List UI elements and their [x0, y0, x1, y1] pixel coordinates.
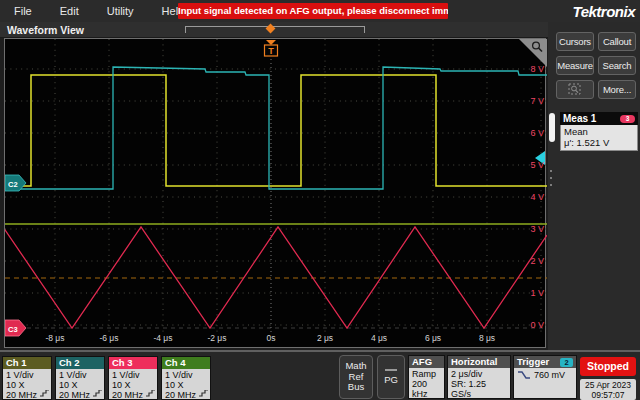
- horizontal-title: Horizontal: [448, 356, 510, 368]
- menu-file[interactable]: File: [0, 0, 46, 22]
- ch3-marker-label: C3: [8, 325, 18, 334]
- cursors-button[interactable]: Cursors: [556, 32, 594, 51]
- svg-text:8 V: 8 V: [530, 64, 544, 74]
- search-button[interactable]: Search: [598, 56, 636, 75]
- svg-text:4 μs: 4 μs: [371, 333, 387, 343]
- ch2-atten: 10 X: [59, 380, 101, 390]
- trigger-level: 760 mV: [534, 370, 565, 380]
- bottom-bar: Ch 1 1 V/div 10 X 20 MHz Ch 2 1 V/div 10…: [0, 350, 640, 400]
- bus-label: Bus: [348, 382, 364, 393]
- ch3-step-icon: [146, 390, 155, 397]
- svg-text:2 μs: 2 μs: [317, 333, 333, 343]
- oscilloscope-screen: File Edit Utility Help Input signal dete…: [0, 0, 640, 400]
- sample-rate: SR: 1.25 GS/s: [451, 379, 507, 399]
- ch2-badge[interactable]: Ch 2 1 V/div 10 X 20 MHz: [55, 356, 105, 400]
- svg-text:0s: 0s: [267, 333, 276, 343]
- ch4-badge-header: Ch 4: [162, 357, 210, 369]
- voltage-axis-labels: 8 V 7 V 6 V 5 V 4 V 3 V 2 V 1 V 0 V: [530, 64, 544, 330]
- svg-text:-4 μs: -4 μs: [153, 333, 172, 343]
- ch3-marker[interactable]: C3: [5, 320, 26, 336]
- zoom-corner-icon[interactable]: [519, 39, 547, 67]
- meas1-stat: Mean: [564, 126, 634, 137]
- horizontal-panel[interactable]: Horizontal 2 μs/div SR: 1.25 GS/s RL: 25…: [447, 355, 511, 399]
- svg-text:2 V: 2 V: [530, 256, 544, 266]
- waveform-svg: T C2 C3 8 V 7 V 6 V: [5, 39, 547, 349]
- pg-waveform-preview: [385, 369, 397, 371]
- afg-title: AFG: [409, 356, 444, 368]
- callout-button[interactable]: Callout: [598, 32, 636, 51]
- svg-text:4 V: 4 V: [530, 192, 544, 202]
- ch4-scale: 1 V/div: [165, 370, 207, 380]
- results-scrollbar[interactable]: [549, 113, 555, 142]
- warning-banner: Input signal detected on AFG output, ple…: [178, 3, 448, 19]
- trigger-title-row: Trigger 2: [514, 356, 576, 368]
- svg-text:-8 μs: -8 μs: [45, 333, 64, 343]
- pg-label: PG: [384, 375, 398, 386]
- meas1-source-badge: 3: [620, 115, 635, 123]
- svg-text:7 V: 7 V: [530, 96, 544, 106]
- trigger-panel[interactable]: Trigger 2 760 mV: [513, 355, 577, 399]
- ch1-step-icon: [40, 390, 49, 397]
- acquisition-window-bracket[interactable]: [185, 26, 365, 33]
- afg-panel[interactable]: AFG Ramp 200 kHz 3 Vpp: [408, 355, 445, 399]
- trigger-source-badge: 2: [560, 358, 573, 367]
- svg-text:8 μs: 8 μs: [479, 333, 495, 343]
- run-stop-button[interactable]: Stopped: [580, 357, 636, 376]
- ch3-scale: 1 V/div: [112, 370, 154, 380]
- meas1-badge-panel[interactable]: Meas 1 3 Mean μ': 1.521 V: [560, 112, 638, 151]
- menu-edit[interactable]: Edit: [46, 0, 93, 22]
- ch4-step-icon: [199, 390, 208, 397]
- panel-drag-handle[interactable]: [548, 170, 553, 186]
- falling-edge-icon: [517, 370, 531, 380]
- ch4-atten: 10 X: [165, 380, 207, 390]
- trigger-flag-label: T: [268, 46, 274, 56]
- ch2-step-icon: [93, 390, 102, 397]
- right-sidebar: Cursors Callout Measure Search More... M…: [548, 22, 640, 350]
- svg-text:3 V: 3 V: [530, 224, 544, 234]
- waveform-graticule[interactable]: T C2 C3 8 V 7 V 6 V: [4, 38, 546, 348]
- ch2-scale: 1 V/div: [59, 370, 101, 380]
- time-label: 09:57:07: [580, 390, 636, 400]
- datetime-display: 25 Apr 2023 09:57:07: [580, 379, 636, 400]
- ch2-badge-header: Ch 2: [56, 357, 104, 369]
- svg-text:0 V: 0 V: [530, 320, 544, 330]
- more-button[interactable]: More...: [598, 80, 636, 99]
- date-label: 25 Apr 2023: [580, 380, 636, 390]
- math-ref-bus-button[interactable]: Math Ref Bus: [339, 355, 373, 399]
- ch1-waveform: [5, 75, 547, 186]
- ch2-marker-label: C2: [8, 180, 18, 189]
- marquee-zoom-icon: [568, 83, 582, 96]
- ch4-badge[interactable]: Ch 4 1 V/div 10 X 20 MHz: [161, 356, 211, 400]
- svg-text:-6 μs: -6 μs: [99, 333, 118, 343]
- ch1-badge[interactable]: Ch 1 1 V/div 10 X 20 MHz: [2, 356, 52, 400]
- afg-frequency: 200 kHz: [412, 379, 441, 399]
- svg-text:5 V: 5 V: [530, 160, 544, 170]
- svg-text:6 μs: 6 μs: [425, 333, 441, 343]
- measure-button[interactable]: Measure: [556, 56, 594, 75]
- afg-waveform-type: Ramp: [412, 369, 441, 379]
- ch3-badge-header: Ch 3: [109, 357, 157, 369]
- ch2-waveform: [5, 67, 547, 189]
- ch3-badge[interactable]: Ch 3 1 V/div 10 X 20 MHz: [108, 356, 158, 400]
- svg-text:-2 μs: -2 μs: [207, 333, 226, 343]
- ch3-atten: 10 X: [112, 380, 154, 390]
- zoom-tool-button[interactable]: [556, 80, 594, 99]
- menu-utility[interactable]: Utility: [93, 0, 148, 22]
- tektronix-logo: Tektronix: [573, 3, 635, 20]
- ch1-scale: 1 V/div: [6, 370, 48, 380]
- svg-text:1 V: 1 V: [530, 288, 544, 298]
- meas1-title: Meas 1: [563, 113, 596, 124]
- trigger-title: Trigger: [517, 356, 549, 367]
- meas1-value: μ': 1.521 V: [564, 137, 634, 148]
- svg-text:6 V: 6 V: [530, 128, 544, 138]
- time-axis-labels: -8 μs -6 μs -4 μs -2 μs 0s 2 μs 4 μs 6 μ…: [45, 333, 495, 343]
- horizontal-scale: 2 μs/div: [451, 369, 507, 379]
- trigger-flag[interactable]: T: [265, 40, 278, 56]
- pg-button[interactable]: PG: [377, 355, 405, 399]
- ch1-atten: 10 X: [6, 380, 48, 390]
- ch1-badge-header: Ch 1: [3, 357, 51, 369]
